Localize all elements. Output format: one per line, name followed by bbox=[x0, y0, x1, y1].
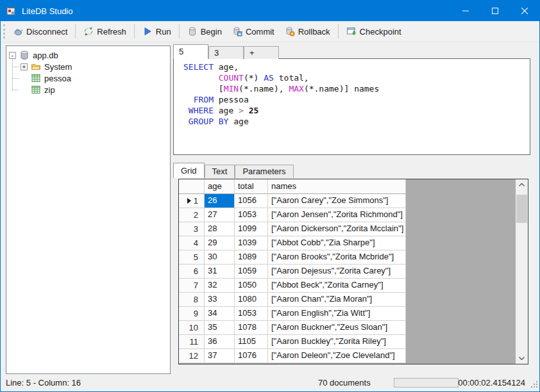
table-icon bbox=[31, 85, 41, 95]
cell-age[interactable]: 31 bbox=[205, 265, 235, 279]
run-button[interactable]: Run bbox=[137, 24, 176, 39]
title-bar[interactable]: LiteDB Studio bbox=[1, 1, 539, 21]
row-header[interactable]: 8 bbox=[179, 293, 205, 307]
row-header[interactable]: 3 bbox=[179, 222, 205, 236]
cell-names[interactable]: ["Abbot Cobb","Zia Sharpe"] bbox=[268, 236, 406, 250]
cell-total[interactable]: 1076 bbox=[235, 349, 268, 363]
cell-names[interactable]: ["Aaron Jensen","Zorita Richmond"] bbox=[268, 208, 406, 222]
rollback-button[interactable]: Rollback bbox=[280, 24, 335, 39]
cell-total[interactable]: 1078 bbox=[235, 321, 268, 335]
cell-total[interactable]: 1059 bbox=[235, 265, 268, 279]
tree-expander-icon[interactable]: - bbox=[9, 52, 16, 59]
editor-tab-5[interactable]: 5 bbox=[173, 44, 208, 59]
grid-corner-cell[interactable] bbox=[179, 179, 205, 194]
table-icon bbox=[31, 73, 41, 83]
row-header[interactable]: 1 bbox=[179, 194, 205, 208]
toolbar-separator bbox=[338, 24, 339, 38]
cell-total[interactable]: 1099 bbox=[235, 222, 268, 236]
sql-line-3: [MIN(*.name), MAX(*.name)] names bbox=[183, 83, 530, 94]
cell-names[interactable]: ["Aaron Carey","Zoe Simmons"] bbox=[268, 194, 406, 208]
cell-names[interactable]: ["Aaron Dejesus","Zorita Carey"] bbox=[268, 265, 406, 279]
cell-total[interactable]: 1053 bbox=[235, 307, 268, 321]
row-header[interactable]: 7 bbox=[179, 279, 205, 293]
database-tree-panel: -app.db+Systempessoazip bbox=[6, 45, 171, 374]
resize-grip[interactable] bbox=[530, 380, 539, 391]
cell-age[interactable]: 36 bbox=[205, 335, 235, 349]
row-number: 2 bbox=[194, 210, 198, 220]
row-header[interactable]: 12 bbox=[179, 349, 205, 363]
sql-editor[interactable]: SELECT age, COUNT(*) AS total, [MIN(*.na… bbox=[173, 58, 530, 155]
tree-item-app-db[interactable]: -app.db bbox=[6, 49, 170, 61]
cell-age[interactable]: 27 bbox=[205, 208, 235, 222]
cell-total[interactable]: 1080 bbox=[235, 293, 268, 307]
cell-age[interactable]: 34 bbox=[205, 307, 235, 321]
cell-age[interactable]: 33 bbox=[205, 293, 235, 307]
row-header[interactable]: 4 bbox=[179, 236, 205, 250]
column-header-total[interactable]: total bbox=[235, 179, 268, 194]
table-row: 12371076["Aaron Deleon","Zoe Cleveland"] bbox=[179, 349, 406, 363]
cell-names[interactable]: ["Aaron Deleon","Zoe Cleveland"] bbox=[268, 349, 406, 363]
row-header[interactable]: 6 bbox=[179, 265, 205, 279]
scroll-down-icon[interactable] bbox=[516, 353, 528, 364]
row-header[interactable]: 10 bbox=[179, 321, 205, 335]
tree-item-label: pessoa bbox=[44, 74, 71, 83]
toolbar-grip[interactable] bbox=[3, 24, 5, 38]
row-header[interactable]: 5 bbox=[179, 250, 205, 265]
grid-vertical-scrollbar[interactable] bbox=[516, 179, 528, 364]
close-button[interactable] bbox=[510, 1, 539, 21]
document-count: 70 documents bbox=[318, 378, 371, 388]
row-number: 3 bbox=[194, 224, 198, 234]
cell-names[interactable]: ["Aaron English","Zia Witt"] bbox=[268, 307, 406, 321]
cell-total[interactable]: 1089 bbox=[235, 250, 268, 265]
result-tab-text[interactable]: Text bbox=[205, 165, 235, 178]
tree-expander-icon[interactable]: + bbox=[21, 63, 28, 70]
cell-total[interactable]: 1053 bbox=[235, 208, 268, 222]
row-number: 9 bbox=[194, 309, 198, 318]
column-header-names[interactable]: names bbox=[268, 179, 406, 194]
cell-names[interactable]: ["Abbot Beck","Zorita Carney"] bbox=[268, 279, 406, 293]
tree-item-system[interactable]: +System bbox=[6, 61, 170, 72]
tree-item-zip[interactable]: zip bbox=[6, 84, 170, 95]
cell-total[interactable]: 1056 bbox=[235, 194, 268, 208]
row-header[interactable]: 2 bbox=[179, 208, 205, 222]
scroll-up-icon[interactable] bbox=[516, 179, 528, 190]
editor-tab-3[interactable]: 3 bbox=[208, 46, 244, 59]
cell-age[interactable]: 29 bbox=[205, 236, 235, 250]
cell-age[interactable]: 37 bbox=[205, 349, 235, 363]
scrollbar-thumb[interactable] bbox=[516, 195, 527, 223]
cell-age[interactable]: 32 bbox=[205, 279, 235, 293]
cell-age[interactable]: 26 bbox=[205, 194, 235, 208]
progress-bar bbox=[394, 378, 459, 388]
cell-age[interactable]: 35 bbox=[205, 321, 235, 335]
maximize-button[interactable] bbox=[480, 1, 510, 21]
caret-position: Line: 5 - Column: 16 bbox=[6, 378, 81, 388]
cell-age[interactable]: 30 bbox=[205, 250, 235, 265]
table-row: 11361105["Aaron Buckley","Zorita Riley"] bbox=[179, 335, 406, 349]
cell-names[interactable]: ["Aaron Brooks","Zorita Mcbride"] bbox=[268, 250, 406, 265]
commit-button[interactable]: Commit bbox=[227, 24, 280, 39]
editor-tab-new[interactable]: + bbox=[244, 46, 279, 59]
column-header-age[interactable]: age bbox=[205, 179, 235, 194]
begin-button[interactable]: Begin bbox=[182, 24, 227, 39]
sql-line-2: COUNT(*) AS total, bbox=[183, 72, 530, 83]
row-header[interactable]: 11 bbox=[179, 335, 205, 349]
row-header[interactable]: 9 bbox=[179, 307, 205, 321]
tree-item-pessoa[interactable]: pessoa bbox=[6, 72, 170, 84]
cell-names[interactable]: ["Aaron Buckley","Zorita Riley"] bbox=[268, 335, 406, 349]
result-tab-parameters[interactable]: Parameters bbox=[235, 165, 293, 178]
sql-line-1: SELECT age, bbox=[183, 61, 530, 72]
row-number: 1 bbox=[194, 196, 198, 206]
cell-names[interactable]: ["Aaron Buckner","Zeus Sloan"] bbox=[268, 321, 406, 335]
refresh-button[interactable]: Refresh bbox=[78, 24, 131, 39]
result-tab-grid[interactable]: Grid bbox=[173, 163, 205, 178]
cell-total[interactable]: 1105 bbox=[235, 335, 268, 349]
cell-age[interactable]: 28 bbox=[205, 222, 235, 236]
cell-names[interactable]: ["Aaron Chan","Zia Moran"] bbox=[268, 293, 406, 307]
cell-total[interactable]: 1050 bbox=[235, 279, 268, 293]
checkpoint-button[interactable]: Checkpoint bbox=[341, 24, 407, 39]
cell-total[interactable]: 1039 bbox=[235, 236, 268, 250]
minimize-button[interactable] bbox=[451, 1, 480, 21]
tree-item-label: zip bbox=[44, 85, 55, 95]
cell-names[interactable]: ["Aaron Dickerson","Zorita Mcclain"] bbox=[268, 222, 406, 236]
disconnect-button[interactable]: Disconnect bbox=[8, 24, 72, 39]
